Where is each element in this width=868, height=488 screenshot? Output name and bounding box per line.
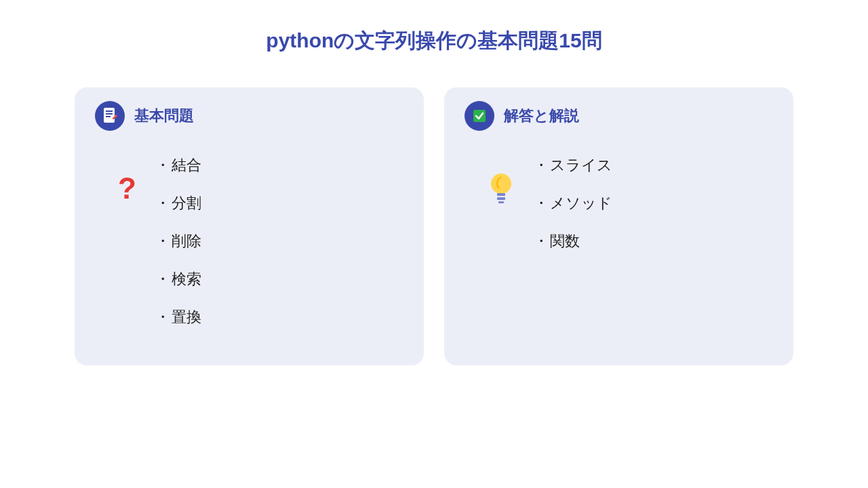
item-list: スライス メソッド 関数 [534, 155, 612, 269]
list-item: 分割 [155, 193, 201, 214]
list-item: スライス [534, 155, 612, 176]
svg-point-5 [491, 174, 511, 194]
item-list: 結合 分割 削除 検索 置換 [155, 155, 201, 345]
lightbulb-icon [488, 171, 515, 209]
card-basic-problems: 基本問題 ? 結合 分割 削除 検索 置換 [75, 87, 424, 365]
card-title: 基本問題 [134, 106, 194, 126]
card-answers: 解答と解説 スライス メソッド 関数 [444, 87, 793, 365]
svg-rect-2 [106, 113, 113, 115]
memo-icon [95, 101, 125, 131]
list-item: 関数 [534, 231, 612, 251]
svg-rect-4 [473, 110, 486, 122]
card-header: 基本問題 [95, 101, 403, 131]
list-item: 置換 [155, 307, 201, 327]
page-title: pythonの文字列操作の基本問題15問 [75, 27, 793, 55]
card-header: 解答と解説 [465, 101, 773, 131]
svg-rect-7 [497, 197, 505, 200]
question-mark-icon: ? [118, 171, 136, 205]
card-body: ? 結合 分割 削除 検索 置換 [95, 155, 403, 345]
card-body: スライス メソッド 関数 [465, 155, 773, 269]
svg-rect-1 [106, 110, 113, 112]
check-icon [465, 101, 494, 131]
svg-rect-3 [106, 116, 111, 117]
list-item: 削除 [155, 231, 201, 251]
svg-rect-0 [104, 108, 115, 123]
list-item: メソッド [534, 193, 612, 214]
card-title: 解答と解説 [504, 106, 579, 126]
cards-row: 基本問題 ? 結合 分割 削除 検索 置換 解答と解説 [75, 87, 793, 365]
svg-rect-8 [498, 201, 504, 203]
svg-rect-6 [497, 193, 505, 196]
list-item: 結合 [155, 155, 201, 176]
list-item: 検索 [155, 269, 201, 289]
